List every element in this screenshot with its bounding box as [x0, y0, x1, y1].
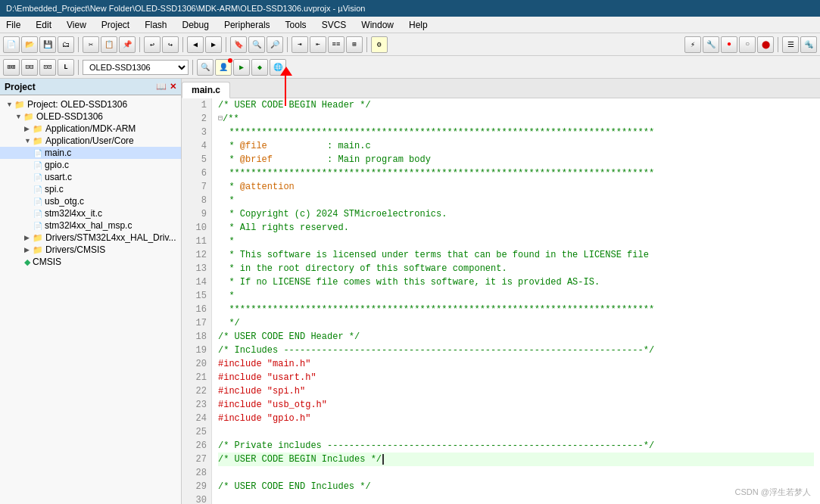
code-line-2: ⊟/**	[218, 112, 814, 126]
file-spic-label: spi.c	[45, 184, 64, 194]
code-line-27: /* USER CODE BEGIN Includes */	[218, 453, 814, 466]
editor-area: main.c 1 2 3 4 5 6 7 8 9 10 11 12 13 14 …	[182, 79, 820, 504]
menu-edit[interactable]: Edit	[33, 19, 55, 31]
tree-file-gpioc[interactable]: 📄 gpio.c	[0, 159, 181, 171]
menu-help[interactable]: Help	[406, 19, 431, 31]
indent-btn[interactable]: ⇥	[292, 36, 308, 53]
tab-mainc-label: main.c	[192, 85, 220, 95]
ln-17: 17	[186, 316, 207, 330]
dbg-break-btn[interactable]: ⬤	[757, 36, 774, 53]
tree-file-usbotgc[interactable]: 📄 usb_otg.c	[0, 195, 181, 207]
tree-drv-stm32[interactable]: ▶ 📁 Drivers/STM32L4xx_HAL_Driv...	[0, 232, 181, 244]
redo-btn[interactable]: ↪	[162, 36, 179, 53]
bookmark-btn[interactable]: 🔖	[230, 36, 247, 53]
menu-debug[interactable]: Debug	[179, 19, 212, 31]
debug-person-btn[interactable]: 👤	[215, 59, 232, 76]
project-header-icon-book[interactable]: 📖	[156, 82, 167, 92]
tree-drv-cmsis[interactable]: ▶ 📁 Drivers/CMSIS	[0, 244, 181, 256]
target-selector[interactable]: OLED-SSD1306	[83, 60, 189, 75]
ln-20: 20	[186, 357, 207, 371]
menu-flash[interactable]: Flash	[142, 19, 170, 31]
tb2-btn2[interactable]: ⊟⊟	[21, 59, 38, 76]
unindent-btn[interactable]: ⇤	[310, 36, 326, 53]
arrow-head	[280, 67, 292, 76]
find2-btn[interactable]: 🔎	[267, 36, 283, 53]
debug-icon-btn[interactable]: 🔍	[197, 59, 214, 76]
tree-oled-folder[interactable]: ▼ 📁 OLED-SSD1306	[0, 110, 181, 123]
tb2-btn4[interactable]: L	[58, 59, 74, 76]
toolbar-1: 📄 📂 💾 🗂 ✂ 📋 📌 ↩ ↪ ◀ ▶ 🔖 🔍 🔎 ⇥ ⇤ ≡≡ ⊞ ⚙ ⚡…	[0, 33, 820, 56]
menu-peripherals[interactable]: Peripherals	[221, 19, 273, 31]
code-line-15: *	[218, 289, 814, 303]
tree-file-stm32halc[interactable]: 📄 stm32l4xx_hal_msp.c	[0, 219, 181, 232]
file-icon-spic: 📄	[33, 185, 42, 194]
tree-file-usartc[interactable]: 📄 usart.c	[0, 171, 181, 183]
undo-btn[interactable]: ↩	[144, 36, 161, 53]
code-line-13: * in the root directory of this software…	[218, 262, 814, 275]
format-btn[interactable]: ≡≡	[328, 36, 345, 53]
code-line-22: #include "spi.h"	[218, 384, 814, 398]
menu-bar: File Edit View Project Flash Debug Perip…	[0, 17, 820, 33]
tree-mdk-arm[interactable]: ▶ 📁 Application/MDK-ARM	[0, 123, 181, 135]
sep-1	[78, 37, 79, 52]
drv-folder-icon: 📁	[33, 233, 43, 243]
line-numbers: 1 2 3 4 5 6 7 8 9 10 11 12 13 14 15 16 1…	[182, 98, 212, 504]
sep-2	[139, 37, 140, 52]
project-close-btn[interactable]: ✕	[170, 82, 176, 92]
tree-project-root[interactable]: ▼ 📁 Project: OLED-SSD1306	[0, 98, 181, 110]
code-line-17: */	[218, 316, 814, 330]
expand-icon-cmsis: ▶	[24, 246, 30, 254]
build-btn[interactable]: ⚙	[371, 36, 388, 53]
expand-btn[interactable]: ⊞	[346, 36, 363, 53]
menu-window[interactable]: Window	[358, 19, 397, 31]
menu-svcs[interactable]: SVCS	[319, 19, 350, 31]
ln-19: 19	[186, 344, 207, 357]
nav-back-btn[interactable]: ◀	[187, 36, 204, 53]
save-all-btn[interactable]: 🗂	[58, 36, 74, 53]
debug-diamond-btn[interactable]: ◆	[251, 59, 268, 76]
ln-29: 29	[186, 480, 207, 493]
file-mainc-label: main.c	[45, 148, 71, 158]
settings-btn[interactable]: 🔩	[800, 36, 817, 53]
gem-label: CMSIS	[33, 257, 61, 267]
code-content[interactable]: /* USER CODE BEGIN Header */ ⊟/** ******…	[212, 98, 820, 504]
tree-file-stm32itc[interactable]: 📄 stm32l4xx_it.c	[0, 207, 181, 219]
project-header: Project 📖 ✕	[0, 79, 181, 95]
view-btn[interactable]: ☰	[782, 36, 799, 53]
tb2-btn3[interactable]: ⊡⊡	[39, 59, 56, 76]
ln-18: 18	[186, 330, 207, 344]
tree-file-spic[interactable]: 📄 spi.c	[0, 183, 181, 195]
nav-fwd-btn[interactable]: ▶	[205, 36, 222, 53]
tree-cmsis-gem[interactable]: ◆ CMSIS	[0, 256, 181, 268]
new-file-btn[interactable]: 📄	[3, 36, 20, 53]
paste-btn[interactable]: 📌	[119, 36, 136, 53]
config1-btn[interactable]: ⚡	[684, 36, 701, 53]
open-btn[interactable]: 📂	[21, 36, 38, 53]
config2-btn[interactable]: 🔧	[703, 36, 719, 53]
copy-btn[interactable]: 📋	[101, 36, 117, 53]
expand-icon: ▼	[6, 101, 12, 108]
dbg-run-btn[interactable]: ●	[721, 36, 737, 53]
menu-file[interactable]: File	[3, 19, 23, 31]
find-btn[interactable]: 🔍	[248, 36, 265, 53]
cut-btn[interactable]: ✂	[83, 36, 99, 53]
menu-project[interactable]: Project	[98, 19, 133, 31]
project-root-icon: 📁	[14, 100, 25, 110]
ln-25: 25	[186, 425, 207, 439]
project-panel: Project 📖 ✕ ▼ 📁 Project: OLED-SSD1306 ▼ …	[0, 79, 182, 504]
save-btn[interactable]: 💾	[39, 36, 56, 53]
dbg-stop-btn[interactable]: ○	[739, 36, 756, 53]
code-line-12: * This software is licensed under terms …	[218, 248, 814, 262]
debug-green-btn[interactable]: ▶	[233, 59, 250, 76]
menu-tools[interactable]: Tools	[282, 19, 310, 31]
sep-9	[192, 60, 193, 75]
ln-24: 24	[186, 412, 207, 425]
menu-view[interactable]: View	[64, 19, 89, 31]
code-line-19: /* Includes ----------------------------…	[218, 344, 814, 357]
tree-file-mainc[interactable]: 📄 main.c	[0, 147, 181, 159]
tab-mainc[interactable]: main.c	[182, 82, 230, 98]
tree-user-core[interactable]: ▼ 📁 Application/User/Core	[0, 135, 181, 147]
tb2-btn1[interactable]: ⊞⊞	[3, 59, 20, 76]
gem-icon: ◆	[24, 257, 30, 267]
arrow-line	[285, 76, 286, 106]
